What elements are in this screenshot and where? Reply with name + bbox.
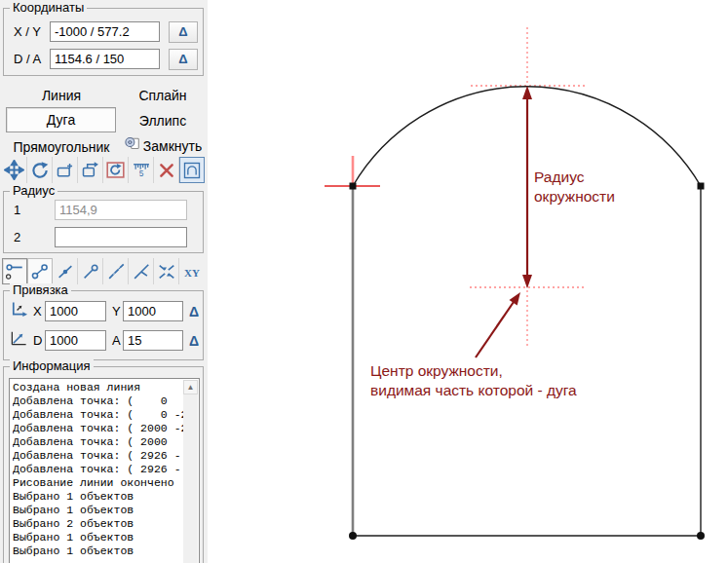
snap-toolbar: XY bbox=[2, 258, 205, 284]
branch-snap-icon[interactable] bbox=[129, 258, 154, 284]
midpoint-snap-icon[interactable] bbox=[53, 258, 78, 284]
log-line: Добавлена точка: ( 2926 - bbox=[13, 449, 183, 463]
snap-x-input[interactable] bbox=[45, 301, 106, 321]
copy-add-icon[interactable] bbox=[53, 157, 78, 183]
da-label: D / A bbox=[14, 52, 41, 66]
info-log-lines: Создана новая линия Добавлена точка: ( 0… bbox=[13, 381, 183, 563]
coordinates-title: Координаты bbox=[10, 1, 87, 15]
segment-snap-icon[interactable] bbox=[27, 258, 53, 284]
xy-input[interactable] bbox=[50, 21, 160, 42]
radius-group: Радиус 1 2 bbox=[3, 191, 204, 253]
snap-group: Привязка X Y Δ D A Δ bbox=[3, 290, 204, 360]
parallel-snap-icon[interactable] bbox=[103, 258, 129, 284]
vertex-top-right bbox=[698, 183, 705, 190]
paste-arrow-icon[interactable] bbox=[78, 157, 103, 183]
axes-corner-icon bbox=[10, 300, 28, 321]
delete-icon[interactable] bbox=[154, 157, 179, 183]
tangent-snap-icon[interactable] bbox=[78, 258, 103, 284]
center-annotation-line2: видимая часть которой - дуга bbox=[370, 381, 577, 400]
log-line: Выбрано 1 объектов bbox=[13, 504, 183, 517]
radius-annotation: Радиус окружности bbox=[534, 168, 615, 206]
log-line: Выбрано 2 объектов bbox=[13, 517, 183, 531]
log-line: Добавлена точка: ( 2000 bbox=[13, 435, 183, 449]
tool-panel: Координаты X / Y Δ D / A Δ Линия Сплайн … bbox=[0, 0, 208, 563]
log-line: Создана новая линия bbox=[13, 381, 183, 394]
log-line: Рисование линии окончено bbox=[13, 476, 183, 490]
center-pointer-arrow bbox=[476, 292, 520, 357]
info-group: Информация Создана новая линия Добавлена… bbox=[3, 366, 204, 563]
log-line: Выбрано 1 объектов bbox=[13, 531, 183, 544]
snap-d-label: D bbox=[33, 333, 42, 348]
snap-d-input[interactable] bbox=[45, 330, 106, 351]
edit-toolbar: 5 bbox=[2, 157, 205, 183]
snap-y-label: Y bbox=[112, 304, 121, 319]
rotate-icon[interactable] bbox=[27, 157, 53, 183]
radius-annotation-line2: окружности bbox=[534, 187, 615, 206]
angle-distance-icon bbox=[10, 329, 28, 351]
radius1-input[interactable] bbox=[55, 200, 187, 220]
cross-snap-icon[interactable] bbox=[154, 258, 179, 284]
transform-rotate-icon[interactable] bbox=[103, 157, 129, 183]
center-annotation-line1: Центр окружности, bbox=[370, 361, 577, 381]
radius-arrow bbox=[522, 86, 532, 288]
radius1-label: 1 bbox=[14, 203, 20, 217]
xy-snap-icon[interactable]: XY bbox=[179, 258, 205, 284]
close-contour-button[interactable]: Замкнуть bbox=[119, 134, 207, 157]
spline-button[interactable]: Сплайн bbox=[123, 85, 203, 106]
close-contour-label: Замкнуть bbox=[143, 135, 202, 157]
radius2-label: 2 bbox=[14, 230, 20, 244]
log-line: Добавлена точка: ( 2926 - bbox=[13, 463, 183, 476]
log-line: Добавлена точка: ( 0 -2 bbox=[13, 408, 183, 422]
log-line: Добавлена точка: ( 0 bbox=[13, 394, 183, 408]
drawing-svg bbox=[211, 0, 728, 563]
snap-title: Привязка bbox=[10, 283, 71, 297]
xy-label: X / Y bbox=[14, 24, 41, 39]
da-delta-button[interactable]: Δ bbox=[169, 49, 198, 70]
scroll-up-icon[interactable]: ▲ bbox=[183, 380, 198, 394]
info-title: Информация bbox=[10, 359, 94, 373]
rectangle-button[interactable]: Прямоугольник bbox=[2, 136, 121, 158]
drawing-canvas[interactable]: Радиус окружности Центр окружности, види… bbox=[211, 0, 728, 563]
da-input[interactable] bbox=[50, 49, 160, 69]
snap-crosshair bbox=[325, 156, 380, 187]
snap-xy-delta-button[interactable]: Δ bbox=[189, 303, 199, 320]
vertex-bottom-right bbox=[697, 532, 705, 540]
arc-button[interactable]: Дуга bbox=[6, 107, 116, 132]
svg-text:5: 5 bbox=[138, 169, 143, 178]
snap-a-label: A bbox=[112, 333, 121, 348]
radius-annotation-line1: Радиус bbox=[534, 168, 615, 187]
ellipse-button[interactable]: Эллипс bbox=[123, 110, 203, 131]
info-log-scrollbar[interactable]: ▲ bbox=[183, 380, 198, 563]
xy-delta-button[interactable]: Δ bbox=[169, 21, 198, 43]
radius-title: Радиус bbox=[10, 184, 57, 198]
svg-text:XY: XY bbox=[184, 266, 200, 278]
move-icon[interactable] bbox=[2, 157, 27, 183]
vertex-bottom-left bbox=[349, 532, 357, 540]
endpoint-snap-icon[interactable] bbox=[2, 258, 27, 284]
measure-5-icon[interactable]: 5 bbox=[129, 157, 154, 183]
log-line: Выбрано 1 объектов bbox=[13, 544, 183, 558]
app-window: Координаты X / Y Δ D / A Δ Линия Сплайн … bbox=[0, 0, 728, 563]
snap-a-input[interactable] bbox=[123, 330, 183, 351]
center-annotation: Центр окружности, видимая часть которой … bbox=[370, 361, 577, 400]
seal-icon bbox=[124, 134, 140, 157]
radius2-input[interactable] bbox=[55, 227, 187, 247]
vertex-top-left bbox=[350, 183, 357, 190]
arch-mode-icon[interactable] bbox=[179, 157, 205, 183]
log-line: Добавлена точка: ( 2000 -2 bbox=[13, 422, 183, 435]
snap-da-delta-button[interactable]: Δ bbox=[189, 332, 199, 350]
line-button[interactable]: Линия bbox=[4, 85, 119, 106]
log-line: Выбрано 1 объектов bbox=[13, 490, 183, 504]
info-log-list[interactable]: Создана новая линия Добавлена точка: ( 0… bbox=[9, 378, 200, 563]
coordinates-group: Координаты X / Y Δ D / A Δ bbox=[3, 8, 204, 76]
snap-y-input[interactable] bbox=[123, 301, 183, 321]
snap-x-label: X bbox=[33, 304, 42, 319]
